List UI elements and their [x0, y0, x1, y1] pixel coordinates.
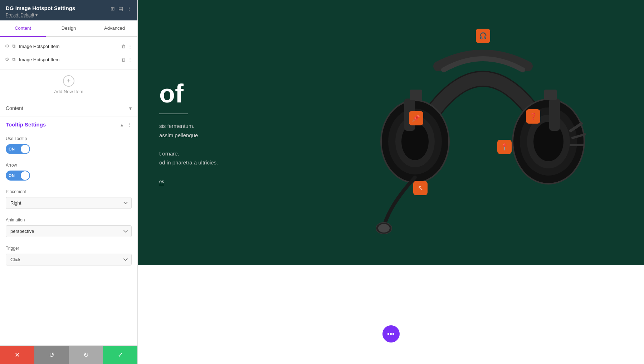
redo-button[interactable]: ↻	[69, 346, 103, 364]
trigger-group: Trigger Click Hover	[0, 242, 137, 270]
hotspot-pin-4[interactable]: 📍	[497, 140, 512, 154]
hotspot-pin-1[interactable]: 🎧	[476, 29, 490, 43]
panel-tabs: Content Design Advanced	[0, 20, 137, 37]
tab-advanced[interactable]: Advanced	[92, 20, 137, 37]
more-icon-2[interactable]: ⋮	[128, 57, 132, 62]
use-tooltip-toggle[interactable]: ON	[6, 144, 30, 154]
hotspot-pin-5[interactable]: ↖	[413, 181, 428, 195]
fab-icon: •••	[387, 330, 395, 338]
hotspot-pin-1-icon: 🎧	[479, 32, 487, 40]
hotspot-item-1: ⚙ ⧉ Image Hotspot Item 🗑 ⋮	[0, 40, 137, 53]
headphone-image	[349, 16, 617, 249]
tooltip-settings-title: Tooltip Settings	[6, 121, 46, 128]
arrow-group: Arrow ON	[0, 159, 137, 186]
more-icon[interactable]: ⋮	[127, 6, 132, 11]
arrow-label: Arrow	[6, 163, 132, 168]
hotspot-item-2: ⚙ ⧉ Image Hotspot Item 🗑 ⋮	[0, 53, 137, 66]
hero-text: of sis fermentum. assim pellenque t orna…	[138, 52, 239, 213]
hotspot-list: ⚙ ⧉ Image Hotspot Item 🗑 ⋮ ⚙ ⧉ Image Hot…	[0, 37, 137, 70]
hotspot-pin-3-icon: ❓	[529, 112, 537, 120]
more-icon-1[interactable]: ⋮	[128, 44, 132, 49]
placement-select[interactable]: Top Right Bottom Left	[6, 197, 132, 209]
tab-design[interactable]: Design	[46, 20, 92, 37]
fab-button[interactable]: •••	[382, 325, 400, 343]
hero-body: sis fermentum. assim pellenque t ornare.…	[159, 121, 218, 167]
layout-icon[interactable]: ▤	[118, 6, 123, 11]
animation-group: Animation none shift-away shift-toward s…	[0, 214, 137, 242]
hero-section: of sis fermentum. assim pellenque t orna…	[138, 0, 644, 265]
svg-point-11	[378, 224, 390, 233]
cancel-button[interactable]: ✕	[0, 346, 34, 364]
use-tooltip-toggle-knob	[21, 145, 29, 153]
animation-label: Animation	[6, 217, 132, 222]
tooltip-more-icon[interactable]: ⋮	[127, 122, 132, 128]
panel-title: DG Image Hotspot Settings	[6, 5, 75, 11]
hero-body-1: sis fermentum.	[159, 123, 194, 129]
panel-content: ⚙ ⧉ Image Hotspot Item 🗑 ⋮ ⚙ ⧉ Image Hot…	[0, 37, 137, 345]
chevron-down-icon[interactable]: ▾	[129, 105, 132, 111]
hero-divider	[159, 114, 188, 114]
placement-group: Placement Top Right Bottom Left	[0, 186, 137, 214]
hero-body-3: t ornare.	[159, 150, 179, 157]
arrow-toggle-knob	[21, 171, 29, 180]
add-new-label: Add New Item	[54, 89, 83, 94]
hotspot-pin-4-icon: 📍	[501, 143, 508, 151]
hero-title: of	[159, 81, 218, 106]
tooltip-section-actions: ▴ ⋮	[121, 122, 132, 128]
svg-rect-12	[410, 90, 422, 100]
responsive-icon[interactable]: ⊞	[111, 6, 115, 11]
headphone-area: 🎧 📌 ❓ 📍 ↖	[322, 0, 644, 265]
use-tooltip-group: Use Tooltip ON	[0, 133, 137, 159]
hotspot-item-2-label: Image Hotspot Item	[19, 57, 117, 62]
panel-header: DG Image Hotspot Settings Preset: Defaul…	[0, 0, 137, 20]
svg-rect-9	[549, 99, 560, 131]
placement-label: Placement	[6, 189, 132, 194]
hotspot-item-1-label: Image Hotspot Item	[19, 44, 117, 49]
hotspot-pin-5-icon: ↖	[418, 184, 423, 192]
use-tooltip-label: Use Tooltip	[6, 136, 132, 141]
delete-icon-2[interactable]: 🗑	[121, 57, 126, 62]
hero-body-2: assim pellenque	[159, 132, 198, 138]
action-bar: ✕ ↺ ↻ ✓	[0, 345, 137, 364]
animation-select[interactable]: none shift-away shift-toward scale persp…	[6, 225, 132, 237]
confirm-button[interactable]: ✓	[103, 346, 137, 364]
trigger-select[interactable]: Click Hover	[6, 254, 132, 265]
content-section-title: Content	[6, 105, 23, 111]
tooltip-settings-header[interactable]: Tooltip Settings ▴ ⋮	[0, 116, 137, 133]
chevron-up-icon[interactable]: ▴	[121, 122, 123, 128]
duplicate-icon-2[interactable]: ⧉	[12, 57, 15, 62]
arrow-toggle-wrap: ON	[6, 171, 132, 181]
panel-header-icons: ⊞ ▤ ⋮	[111, 6, 132, 11]
content-section-header[interactable]: Content ▾	[0, 100, 137, 116]
bottom-section: •••	[138, 265, 644, 364]
hotspot-item-1-left-icons: ⚙ ⧉	[5, 43, 15, 49]
use-tooltip-toggle-label: ON	[9, 147, 15, 151]
trigger-label: Trigger	[6, 246, 132, 251]
duplicate-icon-1[interactable]: ⧉	[12, 43, 15, 49]
arrow-toggle[interactable]: ON	[6, 171, 30, 181]
panel-preset[interactable]: Preset: Default ▾	[6, 13, 75, 18]
add-new-button[interactable]: +	[63, 75, 74, 87]
settings-icon-1[interactable]: ⚙	[5, 43, 9, 49]
undo-button[interactable]: ↺	[34, 346, 69, 364]
hotspot-pin-2-icon: 📌	[412, 114, 420, 122]
right-content: of sis fermentum. assim pellenque t orna…	[138, 0, 644, 364]
arrow-toggle-label: ON	[9, 173, 15, 178]
add-new-item[interactable]: + Add New Item	[0, 70, 137, 100]
svg-rect-13	[544, 90, 557, 100]
hotspot-item-2-left-icons: ⚙ ⧉	[5, 57, 15, 62]
left-panel: DG Image Hotspot Settings Preset: Defaul…	[0, 0, 138, 364]
use-tooltip-toggle-wrap: ON	[6, 144, 132, 154]
delete-icon-1[interactable]: 🗑	[121, 44, 126, 49]
hotspot-pin-2[interactable]: 📌	[409, 111, 423, 125]
settings-icon-2[interactable]: ⚙	[5, 57, 9, 62]
hero-body-4: od in pharetra a ultricies.	[159, 159, 218, 166]
content-section-actions: ▾	[129, 105, 132, 111]
hotspot-item-1-right-icons: 🗑 ⋮	[121, 44, 132, 49]
hotspot-item-2-right-icons: 🗑 ⋮	[121, 57, 132, 62]
hero-link[interactable]: es	[159, 179, 164, 185]
tab-content[interactable]: Content	[0, 20, 46, 37]
hotspot-pin-3[interactable]: ❓	[526, 109, 540, 124]
